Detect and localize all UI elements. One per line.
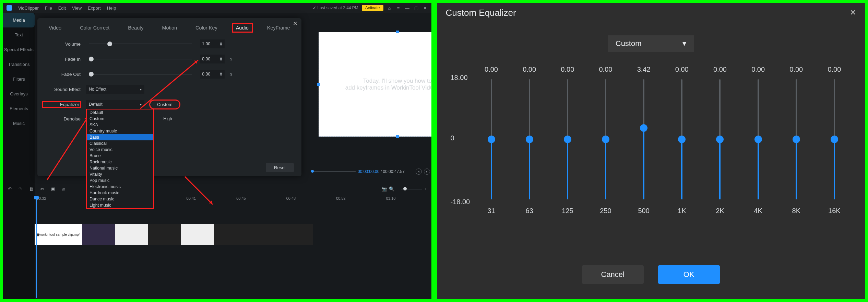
- tab-keyframe[interactable]: KeyFrame: [264, 24, 294, 32]
- panel-close-icon[interactable]: ✕: [293, 20, 297, 27]
- sidebar-item-overlays[interactable]: Overlays: [3, 86, 35, 101]
- band-slider[interactable]: [719, 79, 721, 199]
- fadein-value[interactable]: 0.00▲▼: [200, 55, 225, 63]
- eq-option[interactable]: Rock music: [87, 159, 153, 165]
- eq-option[interactable]: Dance music: [87, 196, 153, 202]
- activate-button[interactable]: Activate: [362, 5, 383, 11]
- ok-button[interactable]: OK: [658, 265, 720, 284]
- eq-option[interactable]: National music: [87, 165, 153, 171]
- cancel-button[interactable]: Cancel: [582, 265, 644, 284]
- eq-option[interactable]: Classical: [87, 140, 153, 147]
- volume-value[interactable]: 1.00▲▼: [200, 39, 225, 48]
- eq-option[interactable]: Country music: [87, 128, 153, 134]
- sidebar-item-text[interactable]: Text: [3, 27, 35, 42]
- tab-beauty[interactable]: Beauty: [124, 24, 147, 32]
- menu-help[interactable]: Help: [107, 5, 116, 11]
- clip-head[interactable]: ▣ workintool sample clip.mp4: [35, 224, 82, 245]
- dialog-header: Custom Equalizer ✕: [437, 3, 865, 22]
- eq-option[interactable]: Light music: [87, 202, 153, 208]
- menu-export[interactable]: Export: [88, 5, 101, 11]
- snapshot-icon[interactable]: 📷: [381, 186, 387, 191]
- eq-option[interactable]: Hardrock music: [87, 190, 153, 196]
- clip-thumb[interactable]: [247, 224, 280, 245]
- soundeffect-dropdown[interactable]: No Effect▾: [86, 85, 144, 94]
- menu-edit[interactable]: Edit: [58, 5, 66, 11]
- prev-frame-icon[interactable]: ◂: [416, 169, 422, 175]
- clip-thumb[interactable]: [214, 224, 247, 245]
- denoise-row: Denoise None Low Medium High: [43, 115, 296, 123]
- tab-motion[interactable]: Motion: [159, 24, 181, 32]
- band-slider[interactable]: [605, 79, 606, 199]
- band-value: 0.00: [713, 66, 727, 79]
- app-name: VidClipper: [18, 5, 39, 11]
- sidebar-item-media[interactable]: Media: [3, 13, 35, 27]
- eq-option[interactable]: Custom: [87, 116, 153, 122]
- volume-slider[interactable]: [89, 44, 192, 44]
- eq-option[interactable]: Electronic music: [87, 184, 153, 190]
- delete-icon[interactable]: 🗑: [29, 186, 34, 191]
- fadeout-value[interactable]: 0.00▲▼: [200, 70, 225, 79]
- menu-view[interactable]: View: [72, 5, 82, 11]
- redo-icon[interactable]: ↷: [19, 186, 22, 191]
- undo-icon[interactable]: ↶: [8, 186, 12, 191]
- band-slider[interactable]: [681, 79, 682, 199]
- sidebar-item-music[interactable]: Music: [3, 116, 35, 131]
- eq-option[interactable]: Voice music: [87, 147, 153, 153]
- band-slider[interactable]: [758, 79, 759, 199]
- preview-viewport[interactable]: Today, I'll show you how to add keyframe…: [319, 32, 432, 137]
- sidebar-item-elements[interactable]: Elements: [3, 101, 35, 116]
- eq-option[interactable]: SKA: [87, 122, 153, 128]
- band-slider[interactable]: [834, 79, 835, 199]
- sidebar-item-filters[interactable]: Filters: [3, 72, 35, 86]
- menu-file[interactable]: File: [45, 5, 52, 11]
- tab-color-correct[interactable]: Color Correct: [76, 24, 113, 32]
- play-icon[interactable]: ▸: [424, 169, 430, 175]
- clip-thumb[interactable]: [82, 224, 115, 245]
- zoom-out-icon[interactable]: 🔍: [389, 186, 394, 191]
- playhead[interactable]: [36, 199, 37, 298]
- eq-option[interactable]: Pop music: [87, 177, 153, 184]
- reset-button[interactable]: Reset: [266, 163, 294, 172]
- crop-icon[interactable]: ▣: [51, 186, 55, 191]
- split-icon[interactable]: ✂: [40, 186, 44, 191]
- dialog-close-icon[interactable]: ✕: [850, 8, 856, 17]
- custom-equalizer-button[interactable]: Custom: [150, 100, 180, 109]
- clip-thumb[interactable]: [148, 224, 181, 245]
- band-slider[interactable]: [567, 79, 568, 199]
- fadeout-slider[interactable]: [89, 74, 192, 74]
- fadein-slider[interactable]: [89, 59, 192, 59]
- minimize-icon[interactable]: —: [405, 5, 410, 11]
- sidebar-item-transitions[interactable]: Transitions: [3, 57, 35, 72]
- eq-option[interactable]: Default: [87, 109, 153, 116]
- tab-video[interactable]: Video: [45, 24, 65, 32]
- close-icon[interactable]: ✕: [423, 5, 428, 11]
- eq-option[interactable]: Vitality: [87, 171, 153, 177]
- equalizer-dropdown[interactable]: Default▾: [86, 100, 144, 109]
- clip-thumb[interactable]: [181, 224, 214, 245]
- clip-thumb[interactable]: [115, 224, 148, 245]
- next-frame-icon[interactable]: ▸: [432, 169, 432, 175]
- fadeout-label: Fade Out: [43, 72, 81, 77]
- preset-dropdown[interactable]: Custom ▾: [608, 35, 694, 52]
- clip-thumb[interactable]: [280, 224, 313, 245]
- tab-color-key[interactable]: Color Key: [192, 24, 221, 32]
- resize-handle-icon[interactable]: [396, 135, 399, 138]
- tab-audio[interactable]: Audio: [233, 24, 252, 32]
- sidebar-item-special-effects[interactable]: Special Effects: [3, 42, 35, 57]
- video-track[interactable]: ▣ workintool sample clip.mp4: [35, 224, 429, 245]
- band-slider[interactable]: [796, 79, 797, 199]
- maximize-icon[interactable]: ▢: [414, 5, 419, 11]
- eq-option[interactable]: Bruce: [87, 153, 153, 159]
- marker-icon[interactable]: ⎚: [62, 186, 65, 191]
- band-slider[interactable]: [643, 79, 644, 199]
- timeline-ruler[interactable]: 00:3200:3500:3900:4100:4500:4800:5201:10…: [6, 196, 429, 205]
- zoom-slider[interactable]: [401, 189, 422, 189]
- eq-option[interactable]: Bass: [87, 134, 153, 140]
- resize-handle-icon[interactable]: [317, 83, 320, 86]
- playback-scrubber[interactable]: [311, 171, 356, 172]
- settings-icon[interactable]: ≡: [396, 5, 401, 11]
- home-icon[interactable]: ⌂: [387, 5, 392, 11]
- resize-handle-icon[interactable]: [396, 31, 399, 33]
- band-slider[interactable]: [529, 79, 530, 199]
- band-slider[interactable]: [491, 79, 492, 199]
